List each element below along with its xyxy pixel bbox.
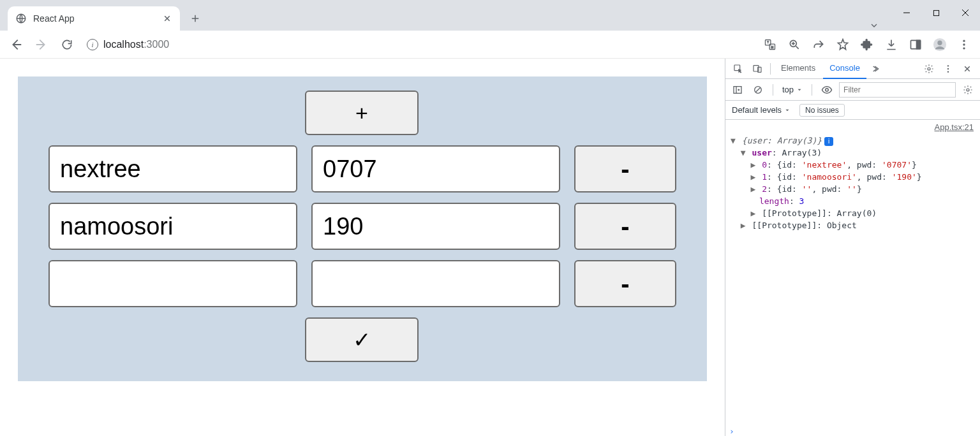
svg-point-15 <box>928 68 930 70</box>
source-link[interactable]: App.tsx:21 <box>935 122 974 132</box>
svg-point-10 <box>963 43 965 45</box>
zoom-icon[interactable] <box>783 34 805 55</box>
devtools-menu-icon[interactable] <box>939 60 957 78</box>
sidepanel-icon[interactable] <box>905 34 926 55</box>
id-input[interactable] <box>48 145 297 193</box>
tab-console[interactable]: Console <box>823 59 866 79</box>
svg-rect-1 <box>933 10 939 15</box>
context-selector[interactable]: top <box>780 85 805 94</box>
translate-icon[interactable] <box>759 34 781 55</box>
device-toggle-icon[interactable] <box>748 60 766 78</box>
devtools-panel: Elements Console top Default levels No i… <box>725 59 980 436</box>
add-button[interactable]: + <box>305 91 419 135</box>
form-row: - <box>18 198 707 255</box>
remove-button[interactable]: - <box>574 145 676 193</box>
svg-point-16 <box>947 65 949 66</box>
info-badge-icon[interactable]: i <box>824 137 833 146</box>
extensions-icon[interactable] <box>856 34 878 55</box>
back-button[interactable] <box>5 34 27 55</box>
svg-rect-19 <box>734 86 741 93</box>
svg-point-8 <box>937 40 942 45</box>
pwd-input[interactable] <box>311 260 560 307</box>
svg-point-21 <box>826 88 829 91</box>
disclosure-triangle-icon[interactable]: ▶ <box>749 207 757 219</box>
form-row: - <box>18 140 707 198</box>
svg-point-18 <box>947 71 949 72</box>
disclosure-triangle-icon[interactable]: ▶ <box>739 219 747 231</box>
share-icon[interactable] <box>808 34 829 55</box>
submit-button[interactable]: ✓ <box>305 317 419 362</box>
window-controls <box>892 0 980 31</box>
inspect-icon[interactable] <box>729 60 747 78</box>
new-tab-button[interactable] <box>186 10 204 27</box>
remove-button[interactable]: - <box>574 203 676 250</box>
globe-icon <box>15 13 27 24</box>
svg-point-17 <box>947 68 949 69</box>
id-input[interactable] <box>48 203 297 250</box>
menu-icon[interactable] <box>953 34 975 55</box>
more-tabs-icon[interactable] <box>868 60 886 78</box>
address-bar: i localhost:3000 <box>0 31 980 59</box>
browser-titlebar: React App <box>0 0 980 31</box>
disclosure-triangle-icon[interactable]: ▶ <box>749 171 757 183</box>
remove-button[interactable]: - <box>574 260 676 307</box>
app-panel: + --- ✓ <box>18 76 707 381</box>
form-row: - <box>18 255 707 312</box>
console-sidebar-icon[interactable] <box>729 82 746 98</box>
disclosure-triangle-icon[interactable]: ▼ <box>729 134 737 147</box>
profile-icon[interactable] <box>929 34 951 55</box>
browser-tab[interactable]: React App <box>8 6 180 31</box>
live-expression-icon[interactable] <box>819 82 835 98</box>
gear-icon[interactable] <box>920 60 938 78</box>
svg-rect-6 <box>917 40 921 48</box>
forward-button[interactable] <box>31 34 52 55</box>
svg-point-9 <box>963 40 965 41</box>
pwd-input[interactable] <box>311 203 560 250</box>
disclosure-triangle-icon[interactable]: ▶ <box>749 159 757 171</box>
bookmark-icon[interactable] <box>832 34 854 55</box>
svg-point-11 <box>963 47 965 49</box>
tab-search-icon[interactable] <box>869 14 879 31</box>
tab-elements[interactable]: Elements <box>775 59 822 79</box>
disclosure-triangle-icon[interactable]: ▶ <box>749 183 757 195</box>
download-icon[interactable] <box>880 34 902 55</box>
tab-title: React App <box>33 13 156 24</box>
page-viewport[interactable]: + --- ✓ <box>0 59 725 436</box>
clear-console-icon[interactable] <box>750 82 766 98</box>
url-field[interactable]: i localhost:3000 <box>82 34 755 55</box>
console-prompt[interactable]: › <box>725 425 980 436</box>
id-input[interactable] <box>48 260 297 307</box>
devtools-close-icon[interactable] <box>958 60 976 78</box>
console-filter-input[interactable] <box>839 82 956 98</box>
console-settings-icon[interactable] <box>960 82 976 98</box>
pwd-input[interactable] <box>311 145 560 193</box>
minimize-button[interactable] <box>892 3 921 23</box>
site-info-icon[interactable]: i <box>87 39 98 50</box>
log-levels-selector[interactable]: Default levels <box>729 105 793 115</box>
disclosure-triangle-icon[interactable]: ▼ <box>739 147 747 159</box>
issues-chip[interactable]: No issues <box>799 104 845 117</box>
svg-point-22 <box>967 89 969 91</box>
console-output[interactable]: ▼ {user: Array(3)}i ▼ user: Array(3) ▶ 0… <box>725 133 980 425</box>
maximize-button[interactable] <box>921 3 951 23</box>
url-text: localhost:3000 <box>103 39 169 50</box>
close-window-button[interactable] <box>951 3 980 23</box>
reload-button[interactable] <box>56 34 78 55</box>
tab-close-icon[interactable] <box>162 13 172 24</box>
